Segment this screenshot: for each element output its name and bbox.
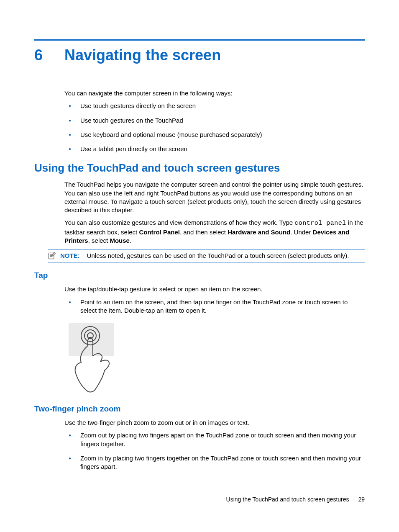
text: . (130, 237, 131, 244)
list-item: Zoom out by placing two fingers apart on… (64, 431, 365, 448)
page-footer: Using the TouchPad and touch screen gest… (226, 496, 365, 503)
list-item: Use touch gestures directly on the scree… (64, 102, 365, 110)
text: , select (88, 237, 110, 244)
page-number: 29 (358, 496, 365, 503)
list-item: Point to an item on the screen, and then… (64, 298, 365, 315)
text: . Under (290, 229, 312, 236)
section-heading-touchpad: Using the TouchPad and touch screen gest… (34, 162, 365, 175)
note-text (82, 252, 87, 259)
intro-block: You can navigate the computer screen in … (64, 89, 365, 153)
note-callout: NOTE: Unless noted, gestures can be used… (48, 249, 365, 262)
subsection-heading-pinch: Two-finger pinch zoom (34, 404, 365, 414)
subsection-heading-tap: Tap (34, 271, 365, 280)
pinch-paragraph: Use the two-finger pinch zoom to zoom ou… (64, 419, 365, 427)
chapter-rule (34, 39, 365, 41)
note-label: NOTE: (60, 252, 80, 259)
tap-gesture-figure (69, 323, 365, 396)
chapter-title: Navigating the screen (64, 46, 221, 64)
tap-body: Use the tap/double-tap gesture to select… (64, 285, 365, 396)
bold-text: Control Panel (139, 229, 180, 236)
intro-paragraph: You can navigate the computer screen in … (64, 89, 365, 98)
intro-bullet-list: Use touch gestures directly on the scree… (64, 102, 365, 153)
note-content: NOTE: Unless noted, gestures can be used… (60, 252, 365, 260)
list-item: Zoom in by placing two fingers together … (64, 454, 365, 471)
bold-text: Hardware and Sound (228, 229, 290, 236)
footer-text: Using the TouchPad and touch screen gest… (226, 496, 349, 503)
list-item: Use touch gestures on the TouchPad (64, 116, 365, 125)
inline-code: control panel (294, 220, 346, 227)
text: , and then select (180, 229, 228, 236)
svg-rect-1 (69, 323, 114, 356)
chapter-heading: 6 Navigating the screen (34, 46, 365, 64)
text: You can also customize gestures and view… (64, 219, 294, 226)
chapter-number: 6 (34, 46, 64, 64)
note-body: Unless noted, gestures can be used on th… (87, 252, 349, 259)
section1-paragraph-1: The TouchPad helps you navigate the comp… (64, 180, 365, 214)
note-icon (48, 252, 56, 260)
list-item: Use keyboard and optional mouse (mouse p… (64, 131, 365, 139)
tap-bullet-list: Point to an item on the screen, and then… (64, 298, 365, 315)
tap-paragraph: Use the tap/double-tap gesture to select… (64, 285, 365, 293)
document-page: 6 Navigating the screen You can navigate… (0, 0, 399, 471)
section1-paragraph-2: You can also customize gestures and view… (64, 218, 365, 245)
list-item: Use a tablet pen directly on the screen (64, 145, 365, 153)
bold-text: Mouse (110, 237, 130, 244)
section1-body: The TouchPad helps you navigate the comp… (64, 180, 365, 245)
pinch-bullet-list: Zoom out by placing two fingers apart on… (64, 431, 365, 471)
pinch-body: Use the two-finger pinch zoom to zoom ou… (64, 419, 365, 471)
